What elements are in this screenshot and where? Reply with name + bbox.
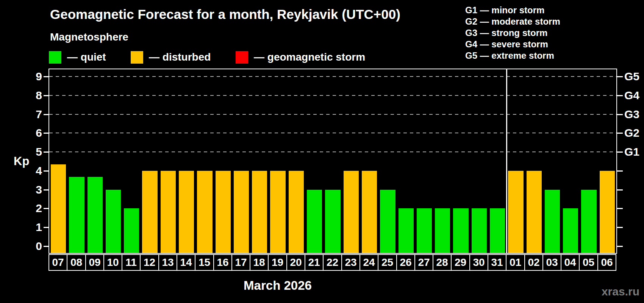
y-axis-label-9: 9 [21, 70, 42, 83]
bar-day-16 [216, 171, 231, 253]
legend-label-quiet: — quiet [67, 51, 106, 64]
right-axis-label-G1: G1 [624, 145, 639, 159]
day-label-11: 11 [122, 254, 141, 271]
y-axis-tick-right-9 [617, 76, 623, 77]
bar-day-23 [344, 171, 359, 253]
day-label-27: 27 [414, 254, 433, 271]
bar-day-17 [234, 171, 249, 253]
bar-day-31 [490, 208, 505, 253]
legend-label-storm: — geomagnetic storm [254, 51, 365, 64]
day-label-04: 04 [561, 254, 580, 271]
y-axis-label-6: 6 [21, 126, 42, 140]
day-label-22: 22 [323, 254, 342, 271]
y-axis-tick-left-4 [44, 170, 49, 172]
bar-day-27 [417, 208, 432, 253]
x-axis-title: March 2026 [48, 278, 507, 293]
geomagnetic-forecast-chart: Geomagnetic Forecast for a month, Reykja… [0, 0, 644, 303]
y-axis-label-5: 5 [21, 145, 42, 159]
gridline-kp-8 [49, 95, 616, 96]
day-label-05: 05 [579, 254, 598, 271]
y-axis-tick-right-0 [617, 246, 623, 247]
chart-subtitle: Magnetosphere [50, 31, 128, 43]
y-axis-tick-left-9 [44, 76, 49, 77]
bar-day-08 [69, 177, 84, 253]
y-axis-label-1: 1 [21, 220, 42, 234]
day-label-15: 15 [195, 254, 214, 271]
bar-day-18 [252, 171, 267, 253]
y-axis-tick-right-3 [617, 189, 623, 191]
bar-day-20 [289, 171, 304, 253]
day-label-07: 07 [48, 254, 67, 271]
y-axis-label-0: 0 [21, 239, 42, 253]
day-label-12: 12 [140, 254, 159, 271]
day-label-17: 17 [231, 254, 250, 271]
y-axis-label-8: 8 [21, 89, 42, 102]
day-label-23: 23 [341, 254, 360, 271]
g-scale-legend-line: G4 — severe storm [465, 39, 560, 50]
day-label-03: 03 [542, 254, 561, 271]
day-label-06: 06 [597, 254, 616, 271]
month-separator-line [506, 69, 507, 253]
g-scale-legend: G1 — minor stormG2 — moderate stormG3 — … [465, 5, 560, 61]
y-axis-tick-left-8 [44, 95, 49, 96]
plot-area [48, 69, 617, 254]
legend-item-quiet: — quiet [49, 51, 106, 64]
y-axis-tick-left-7 [44, 114, 49, 115]
y-axis-tick-right-4 [617, 170, 623, 172]
bar-day-24 [362, 171, 377, 253]
day-label-02: 02 [524, 254, 543, 271]
day-label-26: 26 [396, 254, 415, 271]
bar-day-25 [380, 190, 395, 253]
bar-day-02 [527, 171, 542, 253]
y-axis-label-4: 4 [21, 164, 42, 178]
y-axis-tick-right-1 [617, 227, 623, 228]
legend-item-disturbed: — disturbed [131, 51, 211, 64]
g-scale-legend-line: G3 — strong storm [465, 27, 560, 39]
bar-day-21 [307, 190, 322, 253]
right-axis-label-G4: G4 [624, 89, 639, 102]
g-scale-legend-line: G5 — extreme storm [465, 50, 560, 61]
right-axis-label-G2: G2 [624, 126, 639, 140]
legend-item-storm: — geomagnetic storm [236, 51, 365, 64]
bar-day-05 [581, 190, 596, 253]
bar-day-26 [399, 208, 414, 253]
bar-day-06 [600, 171, 615, 253]
day-label-14: 14 [177, 254, 195, 271]
day-label-08: 08 [67, 254, 86, 271]
day-label-09: 09 [85, 254, 104, 271]
disturbed-color-swatch [131, 51, 143, 64]
day-label-25: 25 [378, 254, 397, 271]
bar-day-03 [545, 190, 560, 253]
bar-day-04 [563, 208, 578, 253]
y-axis-tick-left-2 [44, 208, 49, 209]
day-label-30: 30 [469, 254, 488, 271]
g-scale-legend-line: G2 — moderate storm [465, 16, 560, 27]
y-axis-label-7: 7 [21, 108, 42, 121]
day-label-21: 21 [305, 254, 324, 271]
day-label-01: 01 [506, 254, 525, 271]
bar-day-12 [142, 171, 157, 253]
gridline-kp-9 [49, 76, 616, 77]
day-label-20: 20 [286, 254, 305, 271]
bar-day-29 [453, 208, 468, 253]
y-axis-label-3: 3 [21, 183, 42, 197]
right-axis-label-G5: G5 [624, 70, 639, 83]
bar-day-19 [270, 171, 285, 253]
day-label-19: 19 [268, 254, 287, 271]
y-axis-tick-right-8 [617, 95, 623, 96]
gridline-kp-6 [49, 133, 616, 133]
watermark: xras.ru [602, 285, 639, 298]
chart-title: Geomagnetic Forecast for a month, Reykja… [50, 7, 400, 22]
bar-day-11 [124, 208, 139, 253]
day-label-24: 24 [360, 254, 378, 271]
y-axis-tick-right-2 [617, 208, 623, 209]
y-axis-tick-right-7 [617, 114, 623, 115]
day-label-16: 16 [213, 254, 232, 271]
day-label-13: 13 [158, 254, 177, 271]
gridline-kp-7 [49, 114, 616, 115]
y-axis-tick-left-0 [44, 246, 49, 247]
bar-day-30 [472, 208, 487, 253]
bar-day-15 [197, 171, 212, 253]
quiet-color-swatch [49, 51, 61, 64]
y-axis-tick-right-6 [617, 133, 623, 134]
